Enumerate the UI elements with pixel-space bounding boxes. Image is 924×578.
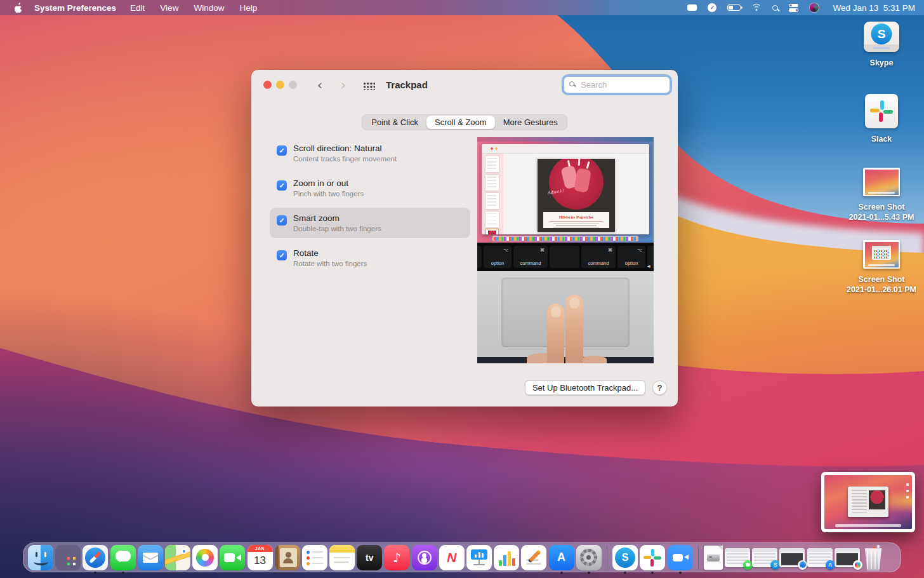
checkbox-scroll-direction[interactable]	[277, 145, 287, 156]
dock-icon-facetime[interactable]	[220, 545, 245, 570]
dock-icon-notes[interactable]	[329, 545, 355, 570]
checkmark-status-icon[interactable]: ✓	[708, 2, 716, 13]
dock-icon-numbers[interactable]	[494, 545, 519, 570]
dock-icon-slack[interactable]	[640, 545, 665, 570]
user-avatar[interactable]	[809, 2, 819, 13]
mini-preferences-window	[848, 487, 888, 517]
tab-scroll-and-zoom[interactable]: Scroll & Zoom	[426, 116, 495, 129]
help-button[interactable]: ?	[652, 380, 667, 395]
title-bar[interactable]: ‹ › Trackpad	[251, 70, 678, 100]
minimize-button[interactable]	[276, 81, 284, 89]
tab-bar: Point & Click Scroll & Zoom More Gesture…	[251, 114, 678, 130]
tab-more-gestures[interactable]: More Gestures	[495, 116, 566, 129]
gesture-row-zoom-in-out[interactable]: Zoom in or out Pinch with two fingers	[270, 173, 470, 203]
gesture-subtitle: Pinch with two fingers	[293, 190, 364, 198]
window-title: Trackpad	[386, 79, 428, 90]
dock-item-disk-image-file[interactable]	[704, 546, 723, 570]
set-up-bluetooth-trackpad-button[interactable]: Set Up Bluetooth Trackpad...	[525, 380, 645, 395]
calendar-month: JAN	[248, 545, 273, 552]
menu-bar-left: System Preferences Edit View Window Help	[9, 3, 265, 13]
dock-icon-messages[interactable]	[110, 545, 136, 570]
dock-minimized-app-store-window[interactable]: A	[807, 548, 833, 567]
desktop-icon-skype[interactable]: S Skype	[842, 22, 921, 68]
dock-icon-podcasts[interactable]	[412, 545, 437, 570]
checkbox-smart-zoom[interactable]	[277, 215, 287, 225]
screenshot-thumbnail-icon	[863, 168, 900, 196]
dock-minimized-skype-window[interactable]: S	[752, 548, 777, 567]
gesture-demo-video: Adjust it! Hibiscus Popsicles Ingredient…	[477, 137, 654, 363]
desktop-icon-label-line2: 2021-01...5.43 PM	[842, 212, 921, 222]
skype-badge-icon: S	[770, 560, 780, 570]
menu-item-view[interactable]: View	[152, 3, 186, 13]
gesture-row-scroll-direction[interactable]: Scroll direction: Natural Content tracks…	[270, 138, 470, 168]
slack-badge-icon	[853, 560, 862, 570]
back-button[interactable]: ‹	[312, 77, 327, 93]
option-key: ⌥option	[617, 246, 645, 268]
menu-item-help[interactable]: Help	[232, 3, 265, 13]
dock-icon-launchpad[interactable]	[55, 545, 81, 570]
dock-icon-reminders[interactable]	[302, 545, 327, 570]
desktop-icon-screenshot-1[interactable]: Screen Shot 2021-01...5.43 PM	[842, 168, 921, 222]
battery-icon[interactable]	[727, 2, 741, 13]
tab-point-and-click[interactable]: Point & Click	[363, 116, 426, 129]
desktop-icon-label-line1: Screen Shot	[842, 274, 921, 285]
video-camera-icon[interactable]	[687, 2, 697, 13]
gesture-row-rotate[interactable]: Rotate Rotate with two fingers	[270, 243, 470, 273]
close-button[interactable]	[263, 81, 272, 89]
dock-icon-tv[interactable]: tv	[357, 545, 382, 570]
menu-item-edit[interactable]: Edit	[122, 3, 152, 13]
demo-mini-desktop: Adjust it! Hibiscus Popsicles Ingredient…	[477, 137, 654, 243]
dock-icon-finder[interactable]	[28, 545, 53, 570]
screenshot-thumbnail-icon	[863, 240, 900, 269]
control-center-icon[interactable]	[789, 2, 798, 13]
dock-icon-mail[interactable]	[138, 545, 163, 570]
dock-icon-skype[interactable]: S	[612, 545, 638, 570]
desktop-icon-screenshot-2[interactable]: Screen Shot 2021-01...26.01 PM	[842, 240, 921, 295]
arrow-key: ◀	[647, 246, 654, 268]
gesture-subtitle: Content tracks finger movement	[293, 155, 397, 163]
dock-icon-calendar[interactable]: JAN 13	[248, 545, 273, 570]
apple-menu-icon[interactable]	[9, 3, 28, 13]
dock-icon-safari[interactable]	[82, 545, 108, 570]
dock-icon-music[interactable]: ♪	[384, 545, 409, 570]
finger	[547, 304, 564, 363]
spotlight-icon[interactable]	[772, 2, 778, 13]
desktop-icon-label-line1: Screen Shot	[842, 202, 921, 212]
forward-button[interactable]: ›	[336, 77, 351, 93]
dock-icon-trash[interactable]	[862, 544, 885, 571]
dock-icon-zoom[interactable]	[668, 545, 693, 570]
popsicle-bowl-photo	[549, 159, 604, 210]
desktop-icon-slack[interactable]: Slack	[842, 94, 921, 144]
dock-icon-contacts[interactable]	[275, 545, 300, 570]
checkbox-zoom-in-out[interactable]	[277, 180, 287, 191]
dock-icon-pages[interactable]	[521, 545, 546, 570]
dock-minimized-slack-window[interactable]	[835, 548, 860, 567]
dock-divider	[607, 546, 607, 570]
dock-minimized-safari-window[interactable]	[779, 548, 805, 567]
show-all-grid-icon[interactable]	[363, 82, 375, 90]
search-field-wrap	[564, 76, 670, 93]
dock: JAN 13 tv ♪ N A S S	[23, 542, 901, 572]
dock-icon-photos[interactable]	[192, 545, 218, 570]
dock-icon-keynote[interactable]	[466, 545, 492, 570]
menu-item-app-name[interactable]: System Preferences	[28, 3, 122, 13]
zoom-button[interactable]	[289, 81, 297, 89]
dock-divider	[698, 546, 699, 570]
gesture-title: Scroll direction: Natural	[293, 144, 397, 153]
menu-item-window[interactable]: Window	[186, 3, 232, 13]
gesture-row-smart-zoom[interactable]: Smart zoom Double-tap with two fingers	[270, 208, 470, 238]
dock-icon-maps[interactable]	[165, 545, 190, 570]
dock-icon-system-preferences[interactable]	[576, 545, 602, 570]
screenshot-floating-preview[interactable]	[821, 472, 915, 532]
demo-mini-dock	[492, 236, 638, 241]
dock-icon-app-store[interactable]: A	[549, 545, 574, 570]
wifi-icon[interactable]	[751, 2, 762, 13]
dock-icon-news[interactable]: N	[439, 545, 465, 570]
recipe-title: Hibiscus Popsicles	[543, 215, 609, 220]
checkbox-rotate[interactable]	[277, 250, 287, 260]
gesture-title: Rotate	[293, 248, 367, 258]
menu-bar: System Preferences Edit View Window Help…	[0, 0, 924, 15]
search-input[interactable]	[564, 76, 670, 93]
menu-bar-clock[interactable]: Wed Jan 13 5:31 PM	[830, 3, 915, 13]
dock-minimized-messages-window[interactable]	[725, 548, 750, 567]
